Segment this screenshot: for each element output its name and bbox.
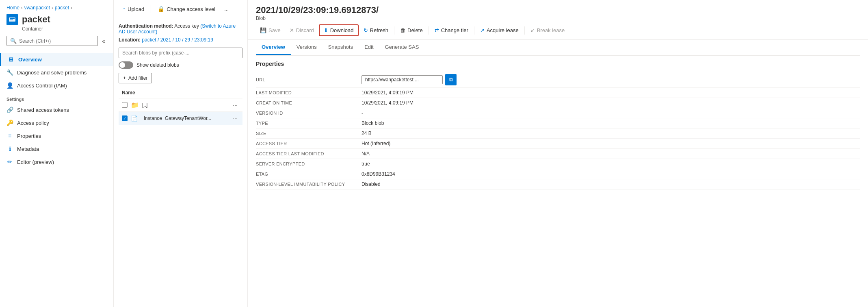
copy-url-button[interactable]: ⧉: [445, 74, 457, 85]
right-toolbar: 💾 Save ✕ Discard ⬇ Download ↻ Refresh 🗑 …: [256, 24, 860, 36]
prop-key-access-tier: ACCESS TIER: [256, 141, 361, 146]
tab-generate-sas[interactable]: Generate SAS: [379, 40, 425, 55]
file-checkbox[interactable]: [122, 102, 128, 108]
location-label: Location:: [119, 37, 141, 43]
right-separator: [474, 26, 474, 35]
sidebar-item-diagnose[interactable]: 🔧 Diagnose and solve problems: [0, 66, 113, 79]
middle-content: Authentication method: Access key (Switc…: [114, 18, 247, 307]
prop-key-url: URL: [256, 77, 361, 82]
tab-edit[interactable]: Edit: [359, 40, 379, 55]
location-row: Location: packet / 2021 / 10 / 29 / 23:0…: [119, 37, 242, 43]
change-access-button[interactable]: 🔒 Change access level: [154, 3, 219, 15]
change-tier-icon: ⇄: [435, 27, 439, 33]
sidebar-item-metadata[interactable]: ℹ Metadata: [0, 142, 113, 155]
prop-key-etag: ETAG: [256, 172, 361, 176]
url-box: ⧉: [361, 74, 457, 85]
delete-label: Delete: [407, 27, 423, 33]
prop-key-access-tier-last-modified: ACCESS TIER LAST MODIFIED: [256, 151, 361, 156]
nav-section: ⊞ Overview 🔧 Diagnose and solve problems…: [0, 51, 113, 307]
delete-button[interactable]: 🗑 Delete: [396, 25, 427, 35]
sidebar-item-iam[interactable]: 👤 Access Control (IAM): [0, 79, 113, 92]
access-policy-icon: 🔑: [6, 120, 13, 126]
prop-value-size: 24 B: [361, 131, 860, 136]
refresh-button[interactable]: ↻ Refresh: [359, 25, 393, 35]
property-row-type: TYPE Block blob: [256, 118, 860, 128]
search-blobs-input[interactable]: [119, 48, 242, 58]
more-options-button[interactable]: ...: [220, 4, 233, 15]
refresh-icon: ↻: [364, 27, 368, 33]
show-deleted-label: Show deleted blobs: [136, 62, 179, 68]
search-blobs: [119, 48, 242, 58]
breadcrumb-packet[interactable]: packet: [55, 5, 69, 11]
tab-snapshots[interactable]: Snapshots: [323, 40, 359, 55]
prop-value-url: ⧉: [361, 74, 860, 85]
auth-method-label: Authentication method:: [119, 23, 173, 29]
sidebar-item-editor-label: Editor (preview): [17, 159, 54, 165]
upload-button[interactable]: ↑ Upload: [119, 3, 148, 15]
properties-title: Properties: [256, 61, 860, 67]
file-row[interactable]: 📁 [..] ···: [119, 98, 242, 112]
acquire-lease-button[interactable]: ↗ Acquire lease: [476, 25, 523, 35]
prop-value-creation-time: 10/29/2021, 4:09:19 PM: [361, 100, 860, 106]
right-separator: [429, 26, 429, 35]
sidebar-item-overview[interactable]: ⊞ Overview: [0, 53, 113, 66]
change-tier-button[interactable]: ⇄ Change tier: [431, 25, 472, 35]
sidebar-item-access-policy-label: Access policy: [17, 120, 49, 126]
prop-key-version-id: VERSION ID: [256, 111, 361, 115]
save-button[interactable]: 💾 Save: [256, 25, 285, 35]
right-content: Overview Versions Snapshots Edit Generat…: [248, 40, 868, 307]
file-more-button[interactable]: ···: [231, 101, 239, 109]
prop-key-immutability: VERSION-LEVEL IMMUTABILITY POLICY: [256, 182, 361, 187]
prop-key-last-modified: LAST MODIFIED: [256, 90, 361, 95]
loc-packet[interactable]: packet: [142, 37, 156, 43]
shared-tokens-icon: 🔗: [6, 107, 13, 113]
more-options-label: ...: [224, 6, 229, 12]
overview-icon: ⊞: [8, 56, 14, 63]
svg-rect-2: [10, 20, 13, 20]
prop-key-server-encrypted: SERVER ENCRYPTED: [256, 161, 361, 166]
sidebar-item-properties[interactable]: ≡ Properties: [0, 129, 113, 142]
sidebar-item-access-policy[interactable]: 🔑 Access policy: [0, 116, 113, 129]
copy-icon: ⧉: [449, 76, 453, 83]
sidebar-item-metadata-label: Metadata: [17, 146, 39, 152]
search-input[interactable]: [19, 38, 94, 44]
show-deleted-toggle[interactable]: [119, 61, 133, 69]
sidebar-item-diagnose-label: Diagnose and solve problems: [17, 70, 87, 76]
break-lease-button[interactable]: ↙ Break lease: [526, 25, 569, 35]
sidebar-item-iam-label: Access Control (IAM): [17, 83, 67, 89]
file-row[interactable]: ✓ 📄 _Instance_GatewayTenantWor... ···: [119, 112, 242, 125]
search-box[interactable]: 🔍: [6, 36, 98, 46]
file-more-button[interactable]: ···: [231, 114, 239, 122]
sidebar-item-editor[interactable]: ✏ Editor (preview): [0, 155, 113, 168]
loc-29[interactable]: 29: [185, 37, 190, 43]
file-checkbox-checked[interactable]: ✓: [122, 115, 128, 121]
refresh-label: Refresh: [370, 27, 389, 33]
right-separator: [394, 26, 394, 35]
tab-versions[interactable]: Versions: [291, 40, 323, 55]
breadcrumb-home[interactable]: Home: [6, 5, 19, 11]
property-row-etag: ETAG 0x8D99B31234: [256, 169, 860, 179]
sidebar-item-shared-tokens[interactable]: 🔗 Shared access tokens: [0, 103, 113, 116]
loc-2021[interactable]: 2021: [160, 37, 171, 43]
blob-subtitle: Blob: [256, 15, 860, 21]
prop-key-type: TYPE: [256, 121, 361, 126]
change-access-label: Change access level: [167, 6, 215, 12]
collapse-sidebar-button[interactable]: «: [100, 37, 107, 45]
diagnose-icon: 🔧: [6, 69, 13, 76]
add-filter-button[interactable]: + Add filter: [119, 73, 152, 83]
download-button[interactable]: ⬇ Download: [319, 24, 359, 36]
sidebar-item-shared-tokens-label: Shared access tokens: [17, 107, 69, 113]
right-panel: 2021/10/29/23:09:19.6912873/ Blob 💾 Save…: [248, 0, 868, 307]
change-tier-label: Change tier: [441, 27, 468, 33]
prop-value-last-modified: 10/29/2021, 4:09:19 PM: [361, 90, 860, 96]
file-list-header: Name: [119, 87, 242, 98]
url-input[interactable]: [361, 75, 443, 84]
loc-10[interactable]: 10: [175, 37, 180, 43]
auth-method-value: Access key: [174, 23, 199, 29]
breadcrumb-vwanpacket[interactable]: vwanpacket: [24, 5, 50, 11]
sidebar-item-properties-label: Properties: [17, 133, 41, 139]
prop-value-access-tier: Hot (Inferred): [361, 141, 860, 146]
discard-button[interactable]: ✕ Discard: [286, 25, 318, 35]
tab-overview[interactable]: Overview: [256, 40, 291, 55]
loc-time[interactable]: 23:09:19: [194, 37, 213, 43]
